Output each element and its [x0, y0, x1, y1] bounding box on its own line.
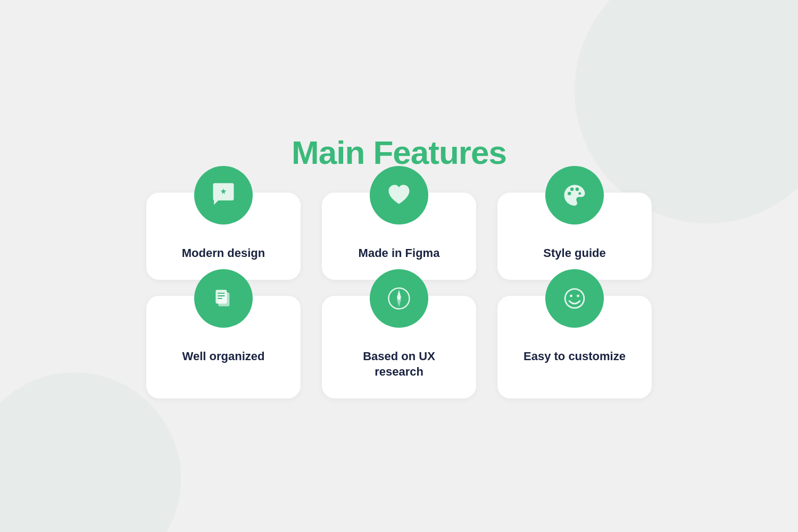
feature-card-style-guide: Style guide: [497, 193, 652, 280]
easy-customize-icon-circle: [545, 269, 604, 328]
svg-point-0: [568, 192, 571, 195]
features-row-2: Well organized Based on UX research: [106, 296, 692, 398]
style-guide-icon-circle: [545, 166, 604, 225]
palette-icon: [561, 181, 588, 209]
compass-icon: [385, 285, 413, 312]
style-guide-label: Style guide: [543, 246, 605, 261]
svg-point-3: [578, 192, 581, 195]
svg-point-1: [570, 187, 574, 191]
page-container: Main Features Modern design: [106, 134, 692, 399]
feature-card-modern-design: Modern design: [146, 193, 301, 280]
well-organized-label: Well organized: [182, 349, 265, 364]
copy-icon: [210, 285, 237, 312]
sparkle-chat-icon: [210, 181, 237, 209]
feature-card-well-organized: Well organized: [146, 296, 301, 398]
heart-icon: [385, 181, 413, 209]
easy-customize-label: Easy to customize: [523, 349, 626, 364]
ux-research-icon-circle: [370, 269, 428, 328]
features-grid: Modern design Made in Figma: [106, 193, 692, 399]
modern-design-icon-circle: [194, 166, 253, 225]
feature-card-ux-research: Based on UX research: [322, 296, 476, 398]
svg-point-15: [577, 295, 579, 297]
feature-card-easy-customize: Easy to customize: [497, 296, 652, 398]
svg-point-2: [576, 187, 579, 191]
modern-design-label: Modern design: [182, 246, 265, 261]
ux-research-label: Based on UX research: [338, 349, 460, 379]
svg-rect-5: [215, 290, 227, 304]
svg-point-14: [570, 295, 572, 297]
made-in-figma-icon-circle: [370, 166, 428, 225]
made-in-figma-label: Made in Figma: [359, 246, 440, 261]
well-organized-icon-circle: [194, 269, 253, 328]
svg-point-12: [398, 297, 401, 300]
svg-point-13: [565, 289, 584, 308]
smiley-icon: [561, 285, 588, 312]
feature-card-made-in-figma: Made in Figma: [322, 193, 476, 280]
features-row-1: Modern design Made in Figma: [106, 193, 692, 280]
